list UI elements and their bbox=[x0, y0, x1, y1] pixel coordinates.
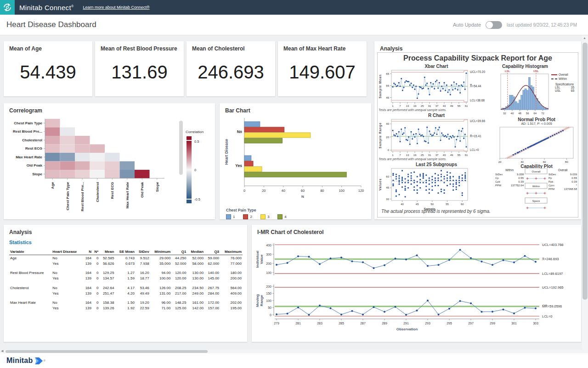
cap-stat-row: Cpk0.39 bbox=[495, 180, 524, 184]
overall-stats: Overall StDev9.039Pp0.55Ppk0.39Cpm*PPM13… bbox=[548, 168, 577, 215]
page-vertical-scrollbar[interactable]: ▲ bbox=[582, 35, 588, 350]
correlogram-panel: Correlogram Chest Pain TypeRest Blood Pr… bbox=[4, 103, 215, 219]
legend-item[interactable]: 3 bbox=[260, 214, 269, 219]
svg-text:Chest Pain Type: Chest Pain Type bbox=[66, 182, 70, 210]
svg-text:Max Heart Rate: Max Heart Rate bbox=[16, 155, 42, 159]
svg-text:50: 50 bbox=[431, 203, 434, 206]
horizontal-scroll-thumb[interactable] bbox=[6, 350, 208, 353]
panel-title: Correlogram bbox=[4, 103, 215, 114]
svg-text:X̿=54.44: X̿=54.44 bbox=[470, 84, 481, 88]
svg-text:80: 80 bbox=[565, 161, 568, 163]
kpi-label: Mean of Cholesterol bbox=[187, 41, 275, 52]
svg-text:303: 303 bbox=[533, 322, 538, 325]
lsl-spec-row: LSL35 bbox=[551, 86, 578, 89]
svg-text:M̅R̅=59.0596: M̅R̅=59.0596 bbox=[542, 304, 562, 308]
stats-table-row: Yes1390134.571.5918.77100.00120.00130.00… bbox=[9, 276, 243, 281]
svg-text:200: 200 bbox=[266, 262, 271, 265]
within-label: Within bbox=[559, 77, 567, 80]
cap-stat-row: PPM137752.64 bbox=[495, 184, 524, 187]
svg-text:Rest Blood Pre...: Rest Blood Pre... bbox=[13, 129, 42, 134]
svg-text:0: 0 bbox=[388, 149, 390, 151]
svg-text:1: 1 bbox=[392, 154, 394, 156]
stats-col-header: Variable bbox=[9, 249, 51, 255]
svg-text:297: 297 bbox=[468, 322, 474, 325]
svg-text:Heart Disease: Heart Disease bbox=[224, 139, 229, 165]
correlogram-scrollbar[interactable] bbox=[179, 121, 183, 175]
svg-text:LSL: LSL bbox=[505, 70, 510, 72]
vertical-scroll-thumb[interactable] bbox=[582, 43, 588, 300]
stats-col-header: Mean bbox=[99, 249, 115, 255]
svg-text:LCL=0: LCL=0 bbox=[470, 148, 479, 151]
svg-text:60: 60 bbox=[461, 203, 464, 206]
svg-text:13: 13 bbox=[406, 154, 409, 156]
last25-subgroups-chart: 3045604045505560SampleValues bbox=[378, 167, 495, 211]
svg-text:Rest Blood Pre...: Rest Blood Pre... bbox=[80, 182, 85, 212]
cap-stat-row: PPM137068.58 bbox=[548, 187, 577, 191]
usl-spec-row: USL65 bbox=[551, 89, 578, 92]
svg-text:72: 72 bbox=[541, 112, 544, 115]
kpi-value: 149.607 bbox=[278, 62, 367, 83]
cap-stat-row: StDev9.039 bbox=[548, 173, 577, 176]
svg-text:25: 25 bbox=[421, 154, 424, 156]
panel-title: Analysis bbox=[374, 41, 581, 52]
legend-item[interactable]: 4 bbox=[277, 214, 286, 219]
svg-text:Observation: Observation bbox=[396, 327, 418, 331]
stats-col-header: Q1 bbox=[171, 249, 187, 255]
kpi-value: 246.693 bbox=[187, 62, 275, 83]
stats-col-header: SE Mean bbox=[115, 249, 136, 255]
svg-text:287: 287 bbox=[360, 322, 366, 325]
statistics-table-wrap: VariableHeart DiseaseNN*MeanSE MeanStDev… bbox=[9, 249, 243, 311]
svg-text:Old Peak: Old Peak bbox=[140, 182, 144, 198]
stats-table-row: Yes139056.6260.6737.93835.00052.00058.00… bbox=[9, 261, 243, 266]
legend-title: Chest Pain Type bbox=[226, 208, 287, 212]
kpi-label: Mean of Age bbox=[4, 41, 92, 52]
stats-table-row: Max Heart RateNo1640158.381.5019.2096.00… bbox=[9, 296, 243, 306]
learn-more-link[interactable]: Learn more about Minitab Connect® bbox=[83, 5, 149, 10]
normal-prob-plot: 20406080 bbox=[496, 126, 577, 164]
svg-text:285: 285 bbox=[339, 322, 344, 325]
legend-item[interactable]: 1 bbox=[226, 214, 235, 219]
sync-arrows-icon bbox=[2, 2, 12, 12]
svg-text:Sample Range: Sample Range bbox=[379, 123, 382, 149]
statistics-heading: Statistics bbox=[9, 240, 32, 245]
auto-update-toggle[interactable] bbox=[486, 21, 502, 29]
capability-intervals: OverallWithinSpecs bbox=[525, 168, 548, 214]
imr-chart-panel: I-MR Chart of Cholesterol 100200300400UC… bbox=[252, 225, 581, 342]
svg-text:LCL=89.6197: LCL=89.6197 bbox=[542, 272, 563, 276]
heart-disease-bar-chart: NoYes020406080100120NHeart Disease bbox=[223, 115, 368, 198]
svg-text:20: 20 bbox=[386, 136, 389, 139]
stats-table-row: AgeNo164052.5850.7439.51229.00044.25052.… bbox=[9, 255, 243, 261]
svg-text:Range: Range bbox=[260, 295, 264, 306]
svg-text:Individual: Individual bbox=[255, 251, 260, 268]
svg-text:Value: Value bbox=[260, 254, 264, 264]
svg-text:293: 293 bbox=[425, 322, 430, 325]
minitab-connect-logo[interactable] bbox=[0, 0, 15, 15]
svg-text:Yes: Yes bbox=[235, 163, 242, 168]
svg-text:200: 200 bbox=[266, 285, 271, 288]
capability-plot: Within StDev9.058Cp0.55Cpk0.39PPM137752.… bbox=[495, 168, 578, 215]
svg-text:400: 400 bbox=[266, 244, 271, 247]
svg-text:USL: USL bbox=[533, 70, 539, 72]
svg-text:Chest Pain Type: Chest Pain Type bbox=[14, 121, 42, 125]
kpi-label: Mean of Max Heart Rate bbox=[278, 41, 367, 52]
scroll-up-arrow[interactable]: ▲ bbox=[583, 36, 586, 39]
svg-text:25: 25 bbox=[421, 105, 424, 107]
kpi-label: Mean of Rest Blood Pressure bbox=[95, 41, 184, 52]
brand-name: Minitab Connect® bbox=[19, 4, 74, 11]
legend-item[interactable]: 2 bbox=[243, 214, 252, 219]
bar-chart-legend: Chest Pain Type 1234 bbox=[226, 208, 287, 219]
toggle-knob bbox=[486, 22, 493, 28]
page-title: Heart Disease Dashboard bbox=[6, 20, 96, 29]
svg-text:LCL=0: LCL=0 bbox=[542, 314, 552, 318]
panel-title: I-MR Chart of Cholesterol bbox=[252, 225, 581, 235]
svg-text:Old Peak: Old Peak bbox=[27, 163, 43, 167]
svg-text:37: 37 bbox=[435, 105, 439, 107]
svg-text:61: 61 bbox=[465, 154, 468, 156]
svg-text:55: 55 bbox=[458, 154, 461, 156]
svg-text:0: 0 bbox=[194, 168, 196, 172]
page-horizontal-scrollbar[interactable]: ◀ bbox=[0, 350, 588, 353]
scroll-left-arrow[interactable]: ◀ bbox=[1, 349, 3, 353]
normal-prob-plot-title: Normal Prob Plot bbox=[495, 117, 578, 122]
svg-text:Slope: Slope bbox=[32, 172, 42, 176]
cap-stat-row: Ppk0.39 bbox=[548, 180, 577, 184]
